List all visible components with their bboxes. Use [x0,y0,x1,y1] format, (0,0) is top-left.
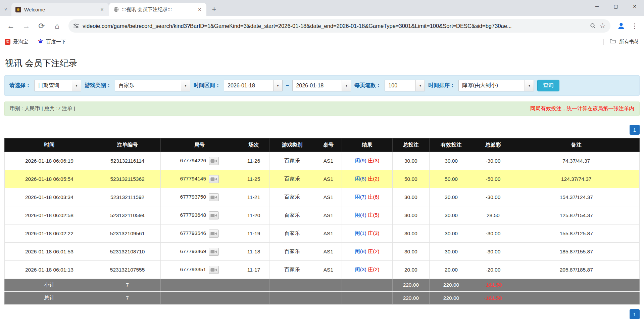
tab-close-icon[interactable]: ✕ [196,6,203,13]
cell-table: AS1 [315,243,342,261]
bookmarks-bar: 淘 爱淘宝 百度一下 | 所有书签 [0,36,644,48]
cell-session: 11-18 [238,243,269,261]
query-button[interactable]: 查询 [537,80,559,91]
bookmark-taobao[interactable]: 淘 爱淘宝 [5,39,28,45]
cell-valid-bet: 50.00 [429,170,473,188]
chevron-down-icon[interactable]: ▼ [273,80,282,91]
cell-note: 185.87/155.87 [513,243,640,261]
col-header-3: 场次 [238,138,269,152]
globe-favicon [113,7,119,12]
pagination-top: 1 [4,125,640,135]
cell-payout: -30.00 [473,152,513,170]
date-end-select[interactable]: 2026-01-18 ▼ [292,80,351,91]
cell-game: 百家乐 [269,261,315,279]
cell-valid-bet: 30.00 [429,188,473,206]
cell-round: 677794226 [161,152,238,170]
page-1-button[interactable]: 1 [630,309,640,319]
cell-bet-id: 523132115362 [94,170,161,188]
cell-round: 677793648 [161,206,238,224]
video-replay-icon[interactable] [209,193,219,201]
cell-round: 677794145 [161,170,238,188]
close-button[interactable]: ✕ [625,0,644,13]
sum-total-bet: 220.00 [392,292,429,304]
back-icon[interactable]: ← [4,19,17,33]
maximize-button[interactable]: ▢ [606,0,625,13]
minimize-button[interactable]: ─ [588,0,606,13]
col-header-2: 局号 [161,138,238,152]
page-1-button[interactable]: 1 [630,125,640,135]
cell-game: 百家乐 [269,188,315,206]
chevron-down-icon[interactable]: ▼ [72,80,81,91]
profile-avatar-icon[interactable] [615,20,627,32]
table-row: 2026-01-18 06:01:13 523132107555 6777933… [5,261,640,279]
all-bookmarks[interactable]: | 所有书签 [603,38,639,45]
date-start-select[interactable]: 2026-01-18 ▼ [224,80,283,91]
new-tab-button[interactable]: + [208,4,220,15]
cell-valid-bet: 20.00 [429,261,473,279]
query-type-select[interactable]: 日期查询 ▼ [34,80,81,91]
cell-game: 百家乐 [269,206,315,224]
chevron-down-icon[interactable]: ▼ [415,80,425,91]
chevron-down-icon[interactable]: ▼ [181,80,190,91]
bookmark-star-icon[interactable]: ☆ [599,22,606,30]
cell-bet-id: 523132108710 [94,243,161,261]
tab-strip: ˅ Welcome ✕ :::视讯 会员下注纪录::: ✕ + ─ ▢ ✕ [0,0,644,16]
video-replay-icon[interactable] [209,230,219,238]
tab-betrecord[interactable]: :::视讯 会员下注纪录::: ✕ [109,3,206,16]
cell-table: AS1 [315,188,342,206]
address-bar[interactable]: videoie.com/game/betrecord_search/kind3?… [68,19,610,33]
video-replay-icon[interactable] [209,266,219,274]
site-settings-icon[interactable] [73,23,79,29]
refresh-icon[interactable]: ⟳ [35,19,48,33]
cell-table: AS1 [315,224,342,243]
cell-time: 2026-01-18 06:02:22 [5,224,94,243]
cell-total-bet[interactable]: 30.00 [392,188,429,206]
video-replay-icon[interactable] [209,157,219,165]
browser-menu-icon[interactable]: ⋮ [629,22,640,30]
tab-close-icon[interactable]: ✕ [99,6,105,13]
cell-total-bet[interactable]: 30.00 [392,224,429,243]
cell-time: 2026-01-18 06:02:58 [5,206,94,224]
per-page-select[interactable]: 100 ▼ [385,80,425,91]
video-replay-icon[interactable] [209,211,219,219]
taobao-icon: 淘 [5,39,10,45]
col-header-0: 时间 [5,138,94,152]
pagination-bottom: 1 [4,309,640,319]
cell-total-bet[interactable]: 50.00 [392,170,429,188]
all-bookmarks-label: 所有书签 [619,39,639,45]
home-icon[interactable]: ⌂ [50,19,64,33]
cell-game: 百家乐 [269,243,315,261]
cell-total-bet[interactable]: 20.00 [392,261,429,279]
tab-welcome[interactable]: Welcome ✕ [11,3,109,16]
folder-icon [610,39,616,45]
zoom-icon[interactable] [590,23,596,29]
cell-total-bet[interactable]: 30.00 [392,206,429,224]
url-text: videoie.com/game/betrecord_search/kind3?… [83,23,587,29]
cell-note: 205.87/185.87 [513,261,640,279]
cell-total-bet[interactable]: 30.00 [392,243,429,261]
video-replay-icon[interactable] [209,248,219,256]
tab-search-icon[interactable]: ˅ [0,3,11,16]
col-header-4: 游戏类别 [269,138,315,152]
chevron-down-icon[interactable]: ▼ [342,80,351,91]
col-header-1: 注单编号 [94,138,161,152]
game-type-select[interactable]: 百家乐 ▼ [115,80,190,91]
cell-payout: 28.50 [473,206,513,224]
sort-select[interactable]: 降幂(由大到小) ▼ [458,80,534,91]
cell-result: 闲(1) 庄(3) [342,224,392,243]
chevron-down-icon[interactable]: ▼ [525,80,534,91]
cell-result: 闲(8) 庄(2) [342,170,392,188]
cell-session: 11-26 [238,152,269,170]
table-body: 2026-01-18 06:06:19 523132116114 6777942… [5,152,640,304]
table-header-row: 时间注单编号局号场次游戏类别桌号结果总投注有效投注总派彩备注 [5,138,640,152]
video-replay-icon[interactable] [209,175,219,183]
cell-total-bet[interactable]: 30.00 [392,152,429,170]
bookmark-baidu[interactable]: 百度一下 [38,38,66,45]
cell-time: 2026-01-18 06:03:34 [5,188,94,206]
cell-bet-id: 523132110594 [94,206,161,224]
baidu-paw-icon [38,38,43,45]
date-range-label: 时间区间： [194,82,220,89]
cell-payout: -50.00 [473,170,513,188]
col-header-9: 总派彩 [473,138,513,152]
forward-icon[interactable]: → [19,19,33,33]
